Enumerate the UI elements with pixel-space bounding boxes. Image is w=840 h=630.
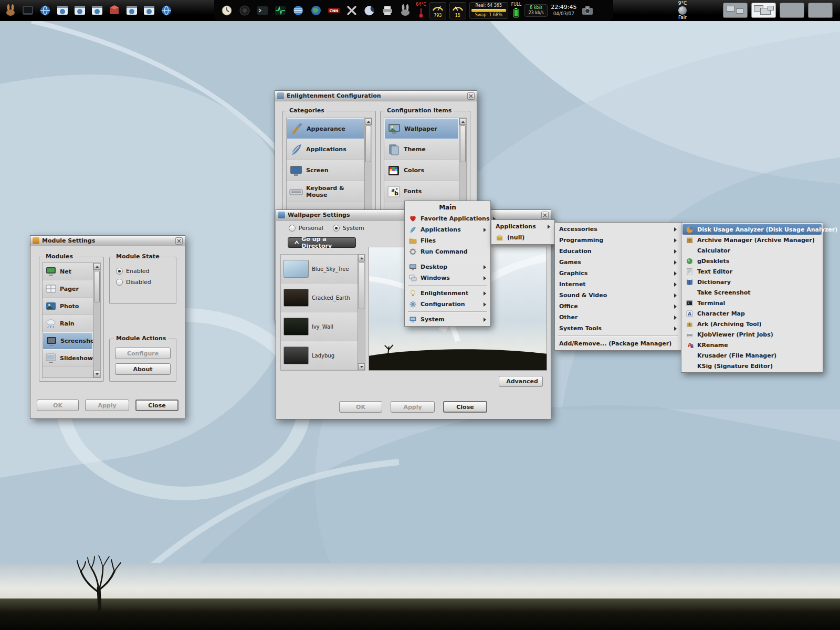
configure-button[interactable]: Configure — [115, 348, 171, 359]
menu-item-archive-manager[interactable]: Archive Manager (Archive Manager) — [682, 235, 822, 245]
about-button[interactable]: About — [115, 363, 171, 375]
go-up-directory-button[interactable]: Go up a Directory — [288, 237, 356, 248]
speaker-icon[interactable] — [237, 3, 252, 18]
oscilloscope-icon[interactable] — [273, 3, 288, 18]
menu-item-system[interactable]: System — [406, 314, 489, 325]
enabled-radio[interactable] — [116, 268, 123, 275]
menu-item-applications[interactable]: Applications — [406, 224, 489, 235]
globe-launcher-icon[interactable] — [38, 3, 52, 18]
menu-item-krename[interactable]: AB KRename — [682, 340, 822, 350]
scroll-thumb[interactable] — [359, 262, 364, 309]
titlebar[interactable]: Module Settings — [30, 236, 185, 246]
config-item-fonts[interactable]: abc Fonts — [384, 181, 459, 202]
module-item-screenshot[interactable]: Screenshot — [43, 332, 93, 350]
browser-window-icon[interactable] — [90, 3, 104, 18]
scroll-down-button[interactable] — [93, 371, 100, 377]
cnn-icon[interactable]: CNN — [327, 3, 341, 18]
bunny-launcher-icon[interactable] — [3, 3, 18, 18]
personal-radio[interactable] — [289, 225, 296, 232]
menu-item-enlightenment[interactable]: Enlightenment — [406, 288, 489, 299]
package-icon[interactable] — [107, 3, 122, 18]
menu-item-null[interactable]: (null) — [492, 232, 553, 243]
menu-item-programming[interactable]: Programming — [556, 235, 680, 246]
menu-item-windows[interactable]: Windows — [406, 272, 489, 284]
modules-scrollbar[interactable] — [93, 263, 100, 377]
menu-item-character-map[interactable]: A Character Map — [682, 308, 822, 319]
category-item-appearance[interactable]: Appearance — [287, 118, 364, 139]
config-item-theme[interactable]: Theme — [384, 139, 459, 160]
menu-item-calculator[interactable]: Calculator — [682, 245, 822, 256]
apply-button[interactable]: Apply — [391, 401, 435, 413]
pager-desk-3[interactable] — [780, 3, 804, 18]
menu-item-graphics[interactable]: Graphics — [556, 268, 680, 279]
scroll-up-button[interactable] — [358, 255, 365, 261]
menu-item-ark[interactable]: Ark (Archiving Tool) — [682, 319, 822, 329]
close-button[interactable]: Close — [135, 400, 178, 411]
close-button[interactable]: Close — [443, 401, 487, 413]
menu-item-add-remove[interactable]: Add/Remove... (Package Manager) — [556, 338, 680, 349]
menu-item-favorite-applications[interactable]: Favorite Applications — [406, 213, 489, 224]
menu-item-education[interactable]: Education — [556, 246, 680, 257]
wallpaper-item-ladybug[interactable]: Ladybug — [281, 341, 358, 370]
menu-item-applications-sub[interactable]: Applications — [492, 221, 553, 232]
module-item-pager[interactable]: Pager — [43, 280, 93, 298]
file-list-scrollbar[interactable] — [358, 255, 365, 370]
module-item-slideshow[interactable]: Slideshow — [43, 350, 93, 367]
config-item-colors[interactable]: Colors — [384, 160, 459, 181]
category-item-applications[interactable]: Applications — [287, 139, 364, 160]
scroll-down-button[interactable] — [358, 363, 365, 370]
system-radio-row[interactable]: System — [333, 225, 364, 232]
close-button[interactable] — [467, 92, 475, 100]
apply-button[interactable]: Apply — [85, 400, 129, 411]
module-item-rain[interactable]: Rain — [43, 315, 93, 332]
advanced-button[interactable]: Advanced — [499, 376, 543, 387]
browser-window-icon[interactable] — [72, 3, 87, 18]
menu-item-gdesklets[interactable]: gDesklets — [682, 256, 822, 266]
module-item-net[interactable]: Net — [43, 263, 93, 280]
menu-item-dictionary[interactable]: Dictionary — [682, 277, 822, 287]
wallpaper-item-cracked-earth[interactable]: Cracked_Earth — [281, 284, 358, 312]
menu-item-ksig[interactable]: KSig (Signature Editor) — [682, 361, 822, 371]
titlebar[interactable]: Enlightenment Configuration — [275, 91, 477, 101]
printer-icon[interactable] — [380, 3, 395, 18]
menu-item-games[interactable]: Games — [556, 257, 680, 268]
terminal-icon[interactable] — [255, 3, 270, 18]
menu-item-text-editor[interactable]: Text Editor — [682, 266, 822, 277]
category-item-screen[interactable]: Screen — [287, 160, 364, 181]
earth-icon[interactable] — [309, 3, 323, 18]
personal-radio-row[interactable]: Personal — [289, 225, 323, 232]
menu-item-disk-usage-analyzer[interactable]: Disk Usage Analyzer (Disk Usage Analyzer… — [682, 224, 822, 235]
xchat-icon[interactable] — [344, 3, 359, 18]
menu-item-run-command[interactable]: Run Command — [406, 246, 489, 257]
menu-item-kjobviewer[interactable]: KJobViewer (Print Jobs) — [682, 329, 822, 340]
menu-item-office[interactable]: Office — [556, 301, 680, 312]
desktop[interactable]: { "panel": { "launchers": [ {"name": "bu… — [0, 0, 840, 630]
scroll-up-button[interactable] — [365, 118, 372, 125]
scroll-thumb[interactable] — [365, 125, 371, 162]
menu-item-krusader[interactable]: Krusader (File Manager) — [682, 350, 822, 361]
menu-item-internet[interactable]: Internet — [556, 279, 680, 290]
module-item-photo[interactable]: Photo — [43, 298, 93, 315]
scroll-thumb[interactable] — [460, 125, 466, 162]
analog-clock-icon[interactable] — [219, 3, 234, 18]
browser-window-icon[interactable] — [124, 3, 139, 18]
config-item-wallpaper[interactable]: Wallpaper — [384, 118, 459, 139]
menu-item-take-screenshot[interactable]: Take Screenshot — [682, 287, 822, 298]
browser-window-icon[interactable] — [55, 3, 70, 18]
menu-item-terminal[interactable]: Terminal — [682, 298, 822, 308]
wallpaper-item-ivy-wall[interactable]: Ivy_Wall — [281, 312, 358, 341]
pager-desk-4[interactable] — [808, 3, 833, 18]
camera-icon[interactable] — [580, 3, 595, 18]
scroll-up-button[interactable] — [459, 118, 466, 125]
ok-button[interactable]: OK — [339, 401, 382, 413]
menu-item-sound-video[interactable]: Sound & Video — [556, 290, 680, 301]
menu-item-configuration[interactable]: Configuration — [406, 299, 489, 310]
close-button[interactable] — [541, 212, 549, 219]
menu-item-files[interactable]: Files — [406, 235, 489, 246]
menu-item-other[interactable]: Other — [556, 312, 680, 323]
close-button[interactable] — [175, 237, 183, 245]
pager-desk-2[interactable] — [751, 3, 776, 18]
bunny-icon[interactable] — [398, 3, 413, 18]
category-item-keyboard-mouse[interactable]: Keyboard & Mouse — [287, 181, 364, 202]
scroll-thumb[interactable] — [94, 271, 100, 302]
